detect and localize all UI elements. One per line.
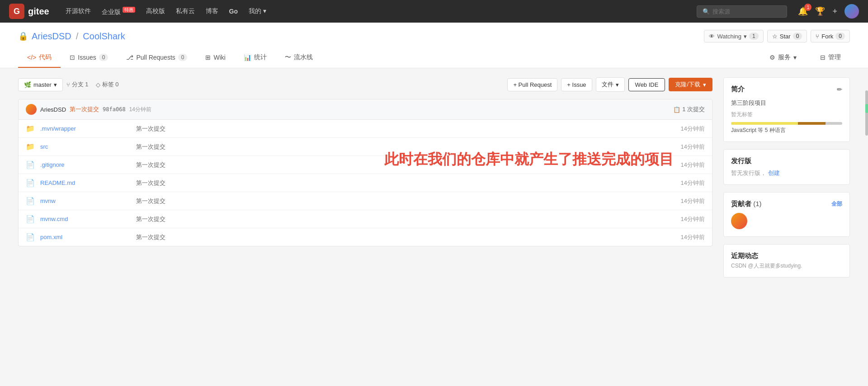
tab-admin[interactable]: ⊟ 管理 bbox=[811, 48, 850, 68]
tag-count: ◇ 标签 0 bbox=[96, 80, 119, 89]
file-row: 📄 README.md 第一次提交 14分钟前 bbox=[19, 174, 712, 192]
lang-java bbox=[798, 122, 826, 125]
repo-header: 🔒 AriesDSD / CoolShark 👁 Watching ▾ 1 ☆ … bbox=[0, 23, 868, 68]
file-commit-msg: 第一次提交 bbox=[136, 143, 675, 151]
commit-message[interactable]: 第一次提交 bbox=[70, 105, 99, 113]
logo[interactable]: G gitee bbox=[9, 4, 49, 19]
scrollbar[interactable] bbox=[865, 90, 868, 136]
search-box[interactable]: 🔍 bbox=[697, 5, 787, 18]
file-commit-msg: 第一次提交 bbox=[136, 161, 675, 169]
nav-enterprise[interactable]: 企业版 特惠 bbox=[102, 7, 135, 16]
toolbar: 🌿 master ▾ ⑂ 分支 1 ◇ 标签 0 + Pull Request … bbox=[18, 77, 712, 92]
logo-icon: G bbox=[9, 4, 24, 19]
pipeline-icon: 〜 bbox=[285, 53, 291, 61]
star-count: 0 bbox=[793, 33, 802, 40]
tab-code[interactable]: </> 代码 bbox=[18, 48, 61, 68]
release-title: 发行版 bbox=[731, 157, 842, 165]
scroll-thumb bbox=[865, 104, 868, 113]
file-commit-msg: 第一次提交 bbox=[136, 125, 675, 133]
contrib-count: (1) bbox=[753, 200, 761, 207]
nav-opensource[interactable]: 开源软件 bbox=[66, 7, 91, 15]
nav-blog[interactable]: 博客 bbox=[206, 7, 218, 15]
folder-icon: 📁 bbox=[26, 124, 35, 133]
tab-services[interactable]: ⚙ 服务 ▾ bbox=[760, 48, 806, 68]
logo-text: gitee bbox=[28, 6, 49, 17]
release-section: 发行版 暂无发行版， 创建 bbox=[723, 149, 850, 185]
recent-activity-title: 近期动态 bbox=[731, 252, 842, 260]
add-button[interactable]: + bbox=[832, 7, 837, 16]
intro-tags: 暂无标签 bbox=[731, 111, 842, 118]
file-name[interactable]: README.md bbox=[40, 179, 131, 186]
nav-my[interactable]: 我的 ▾ bbox=[249, 7, 266, 15]
pull-request-btn[interactable]: + Pull Request bbox=[507, 78, 557, 91]
repo-tabs: </> 代码 ⊡ Issues 0 ⎇ Pull Requests 0 ⊞ Wi… bbox=[18, 48, 850, 68]
watching-button[interactable]: 👁 Watching ▾ 1 bbox=[704, 30, 763, 42]
issues-badge: 0 bbox=[99, 54, 108, 61]
tab-issues[interactable]: ⊡ Issues 0 bbox=[61, 48, 117, 67]
tab-pullrequests[interactable]: ⎇ Pull Requests 0 bbox=[117, 48, 196, 67]
webide-btn[interactable]: Web IDE bbox=[628, 78, 665, 91]
file-name[interactable]: pom.xml bbox=[40, 234, 131, 240]
nav-go[interactable]: Go bbox=[229, 8, 238, 15]
star-button[interactable]: ☆ Star 0 bbox=[767, 30, 807, 42]
tab-wiki[interactable]: ⊞ Wiki bbox=[196, 48, 234, 67]
file-time: 14分钟前 bbox=[681, 143, 705, 151]
commit-avatar bbox=[26, 104, 37, 115]
issues-icon: ⊡ bbox=[70, 54, 75, 61]
tab-stats[interactable]: 📊 统计 bbox=[235, 48, 276, 68]
file-doc-icon: 📄 bbox=[26, 233, 35, 241]
nav-university[interactable]: 高校版 bbox=[146, 7, 165, 15]
tag-icon: ◇ bbox=[96, 81, 100, 88]
file-doc-icon: 📄 bbox=[26, 160, 35, 169]
repo-title-row: 🔒 AriesDSD / CoolShark 👁 Watching ▾ 1 ☆ … bbox=[18, 30, 850, 42]
contrib-all-link[interactable]: 全部 bbox=[831, 200, 842, 208]
clone-btn[interactable]: 克隆/下载 ▾ bbox=[669, 78, 712, 91]
file-name[interactable]: .gitignore bbox=[40, 161, 131, 168]
file-time: 14分钟前 bbox=[681, 179, 705, 187]
user-avatar[interactable] bbox=[844, 4, 859, 19]
intro-edit-icon[interactable]: ✏ bbox=[837, 86, 842, 93]
branch-count-icon: ⑂ bbox=[66, 81, 70, 88]
commit-author[interactable]: AriesDSD bbox=[40, 106, 66, 113]
folder-icon: 📁 bbox=[26, 142, 35, 151]
commit-count[interactable]: 📋 1 次提交 bbox=[673, 105, 705, 113]
file-name[interactable]: mvnw bbox=[40, 198, 131, 204]
lock-icon: 🔒 bbox=[18, 31, 28, 41]
repo-name-link[interactable]: CoolShark bbox=[83, 31, 125, 42]
file-commit-msg: 第一次提交 bbox=[136, 233, 675, 241]
file-commit-msg: 第一次提交 bbox=[136, 179, 675, 187]
contributor-avatar[interactable] bbox=[731, 213, 747, 229]
branch-selector[interactable]: 🌿 master ▾ bbox=[18, 78, 63, 91]
release-create-link[interactable]: 创建 bbox=[768, 169, 780, 176]
star-icon: ☆ bbox=[772, 33, 778, 40]
file-name[interactable]: .mvn/wrapper bbox=[40, 125, 131, 132]
top-navigation: G gitee 开源软件 企业版 特惠 高校版 私有云 博客 Go 我的 ▾ 🔍… bbox=[0, 0, 868, 23]
commit-time: 14分钟前 bbox=[129, 106, 151, 113]
release-content: 暂无发行版， 创建 bbox=[731, 169, 842, 177]
lang-other bbox=[826, 122, 842, 125]
file-name[interactable]: mvnw.cmd bbox=[40, 216, 131, 222]
pr-badge: 0 bbox=[178, 54, 188, 61]
intro-lang: JavaScript 等 5 种语言 bbox=[731, 127, 842, 134]
issue-btn[interactable]: + Issue bbox=[561, 78, 592, 91]
search-input[interactable] bbox=[712, 8, 781, 15]
file-name[interactable]: src bbox=[40, 143, 131, 150]
code-icon: </> bbox=[27, 54, 36, 61]
pr-icon: ⎇ bbox=[126, 54, 133, 61]
right-sidebar: 简介 ✏ 第三阶段项目 暂无标签 JavaScript 等 5 种语言 发行版 … bbox=[723, 77, 850, 285]
trophy-icon[interactable]: 🏆 bbox=[815, 6, 825, 16]
file-doc-icon: 📄 bbox=[26, 215, 35, 223]
file-row: 📄 pom.xml 第一次提交 14分钟前 bbox=[19, 228, 712, 246]
nav-private-cloud[interactable]: 私有云 bbox=[176, 7, 195, 15]
fork-button[interactable]: ⑂ Fork 0 bbox=[811, 30, 850, 42]
file-btn[interactable]: 文件 ▾ bbox=[596, 77, 625, 92]
commit-hash[interactable]: 98fa068 bbox=[103, 106, 126, 113]
repo-area: 🌿 master ▾ ⑂ 分支 1 ◇ 标签 0 + Pull Request … bbox=[18, 77, 712, 285]
recent-activity-section: 近期动态 CSDN @人丑就要多studying. bbox=[723, 244, 850, 278]
repo-owner-link[interactable]: AriesDSD bbox=[32, 31, 71, 42]
services-icon: ⚙ bbox=[769, 54, 775, 61]
file-row: 📄 .gitignore 第一次提交 14分钟前 bbox=[19, 156, 712, 174]
notification-badge: 1 bbox=[804, 4, 811, 11]
tab-pipeline[interactable]: 〜 流水线 bbox=[276, 48, 322, 68]
notification-bell[interactable]: 🔔 1 bbox=[798, 6, 808, 16]
